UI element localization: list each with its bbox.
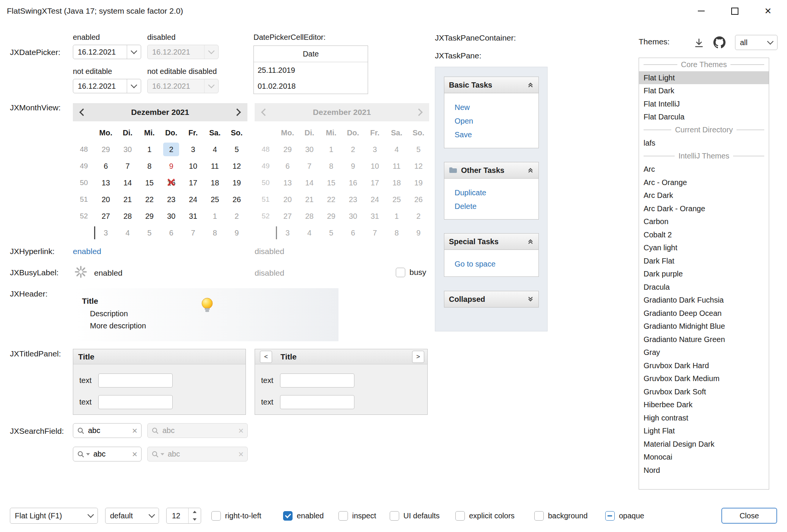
task-link-delete[interactable]: Delete [455, 199, 538, 213]
theme-item-flat-light[interactable]: Flat Light [639, 71, 769, 85]
datepicker-dropdown-button[interactable] [127, 79, 141, 93]
table-column-header-date[interactable]: Date [254, 46, 368, 62]
theme-item-hiberbee-dark[interactable]: Hiberbee Dark [639, 398, 769, 411]
download-themes-button[interactable] [692, 36, 706, 50]
day-cell[interactable]: 11 [204, 158, 226, 174]
titled-panel-left-arrow-button[interactable]: < [260, 351, 272, 363]
theme-item-gruvbox-dark-soft[interactable]: Gruvbox Dark Soft [639, 385, 769, 399]
theme-item-flat-intellij[interactable]: Flat IntelliJ [639, 97, 769, 111]
titled-panel-text-input[interactable] [98, 373, 173, 388]
day-cell[interactable]: 7 [182, 224, 204, 241]
day-cell[interactable]: 18 [204, 174, 226, 191]
taskpane-header-special-tasks[interactable]: Special Tasks [444, 233, 539, 250]
titled-panel-text-input[interactable] [280, 395, 354, 409]
theme-item-gradianto-midnight-blue[interactable]: Gradianto Midnight Blue [639, 320, 769, 333]
day-cell[interactable]: 23 [161, 191, 183, 208]
checkbox-right-to-left[interactable]: right-to-left [211, 510, 261, 521]
day-cell[interactable]: 4 [204, 141, 226, 158]
taskpane-header-other-tasks[interactable]: Other Tasks [444, 162, 539, 179]
day-cell[interactable]: 8 [139, 158, 161, 174]
day-cell[interactable]: 17 [182, 174, 204, 191]
minimize-button[interactable] [685, 0, 718, 22]
table-row[interactable]: 25.11.2019 [254, 62, 368, 78]
day-cell[interactable]: 29 [95, 141, 117, 158]
day-cell[interactable]: 12 [226, 158, 248, 174]
day-cell[interactable]: 30 [117, 141, 139, 158]
datepicker-dropdown-button[interactable] [127, 45, 141, 59]
theme-item-high-contrast[interactable]: High contrast [639, 411, 769, 425]
table-row[interactable]: 01.02.2018 [254, 78, 368, 94]
theme-item-cyan-light[interactable]: Cyan light [639, 241, 769, 254]
titled-panel-right-arrow-button[interactable]: > [412, 351, 424, 363]
caret-down-icon[interactable] [86, 453, 90, 455]
checkbox-busy[interactable]: busy [396, 267, 426, 278]
day-cell[interactable]: 22 [139, 191, 161, 208]
day-cell[interactable]: 7 [117, 158, 139, 174]
day-cell[interactable]: 28 [117, 208, 139, 224]
checkbox-inspect[interactable]: inspect [338, 510, 376, 521]
day-cell[interactable]: 13 [95, 174, 117, 191]
style-combobox[interactable]: default [105, 508, 159, 524]
task-link-open[interactable]: Open [455, 114, 538, 128]
spinner-up-button[interactable] [189, 508, 201, 516]
day-cell[interactable]: 10 [182, 158, 204, 174]
task-link-duplicate[interactable]: Duplicate [455, 186, 538, 199]
day-cell[interactable]: 15 [139, 174, 161, 191]
day-cell[interactable]: 20 [95, 191, 117, 208]
spinner-down-button[interactable] [189, 516, 201, 523]
datepicker-enabled[interactable]: 16.12.2021 [73, 45, 141, 59]
day-cell[interactable]: 19 [226, 174, 248, 191]
day-cell[interactable]: 16✕ [161, 174, 183, 191]
theme-item-arc-dark[interactable]: Arc Dark [639, 189, 769, 202]
clear-icon[interactable]: × [132, 426, 137, 435]
day-cell[interactable]: 27 [95, 208, 117, 224]
theme-item-cobalt-2[interactable]: Cobalt 2 [639, 228, 769, 242]
day-cell[interactable]: 5 [139, 224, 161, 241]
task-link-save[interactable]: Save [455, 128, 538, 141]
day-cell[interactable]: 6 [95, 158, 117, 174]
theme-item-arc[interactable]: Arc [639, 163, 769, 176]
font-size-spinner[interactable]: 12 [166, 508, 201, 524]
day-cell[interactable]: 2 [161, 141, 183, 158]
window-close-button[interactable]: ✕ [751, 0, 785, 22]
search-field-enabled[interactable]: × [73, 423, 142, 438]
theme-item-flat-darcula[interactable]: Flat Darcula [639, 110, 769, 124]
clear-icon[interactable]: × [132, 450, 137, 459]
theme-item-flat-dark[interactable]: Flat Dark [639, 84, 769, 97]
hyperlink-enabled[interactable]: enabled [73, 247, 101, 256]
theme-item-dark-flat[interactable]: Dark Flat [639, 254, 769, 268]
checkbox-explicit-colors[interactable]: explicit colors [455, 510, 515, 521]
theme-item-gruvbox-dark-medium[interactable]: Gruvbox Dark Medium [639, 372, 769, 385]
checkbox-enabled[interactable]: enabled [283, 510, 324, 521]
search-input[interactable] [88, 426, 129, 435]
day-cell[interactable]: 14 [117, 174, 139, 191]
titled-panel-text-input[interactable] [280, 373, 354, 388]
theme-item-carbon[interactable]: Carbon [639, 215, 769, 228]
checkbox-opaque[interactable]: opaque [605, 510, 644, 521]
day-cell[interactable]: 25 [204, 191, 226, 208]
theme-item-dark-purple[interactable]: Dark purple [639, 267, 769, 281]
theme-item-gradianto-nature-green[interactable]: Gradianto Nature Green [639, 333, 769, 346]
theme-item-monocai[interactable]: Monocai [639, 450, 769, 464]
theme-item-gradianto-dark-fuchsia[interactable]: Gradianto Dark Fuchsia [639, 293, 769, 307]
taskpane-header-collapsed[interactable]: Collapsed [444, 291, 539, 308]
next-month-button[interactable] [227, 103, 247, 121]
day-cell[interactable]: 8 [204, 224, 226, 241]
day-cell[interactable]: 1 [139, 141, 161, 158]
maximize-button[interactable] [718, 0, 751, 22]
day-cell[interactable]: 2 [226, 208, 248, 224]
day-cell[interactable]: 24 [182, 191, 204, 208]
prev-month-button[interactable] [73, 103, 93, 121]
checkbox-ui-defaults[interactable]: UI defaults [390, 510, 440, 521]
theme-item-arc-dark-orange[interactable]: Arc Dark - Orange [639, 202, 769, 215]
theme-item-nord[interactable]: Nord [639, 464, 769, 477]
theme-item-material-design-dark[interactable]: Material Design Dark [639, 438, 769, 451]
theme-item-light-flat[interactable]: Light Flat [639, 424, 769, 438]
theme-item-dracula[interactable]: Dracula [639, 281, 769, 294]
checkbox-background[interactable]: background [534, 510, 588, 521]
day-cell[interactable]: 3 [182, 141, 204, 158]
day-cell[interactable]: 6 [161, 224, 183, 241]
github-button[interactable] [713, 36, 726, 49]
taskpane-header-basic-tasks[interactable]: Basic Tasks [444, 77, 539, 93]
theme-item-gruvbox-dark-hard[interactable]: Gruvbox Dark Hard [639, 359, 769, 372]
